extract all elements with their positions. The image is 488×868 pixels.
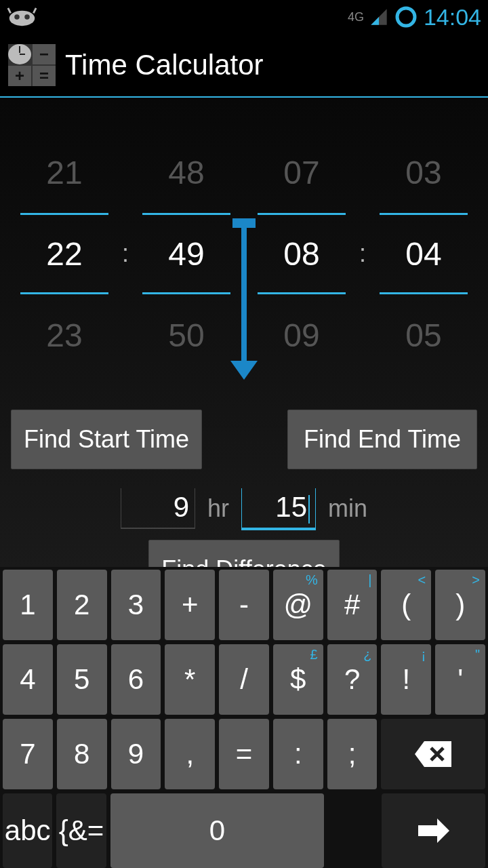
key-?[interactable]: ?¿ [327, 644, 378, 715]
find-start-button[interactable]: Find Start Time [11, 410, 202, 469]
key-alt-label: " [475, 647, 480, 663]
end-hour-column[interactable]: 07 08 09 [258, 132, 346, 376]
end-minute-column[interactable]: 03 04 05 [380, 132, 468, 376]
key-7[interactable]: 7 [3, 719, 53, 789]
status-right: 4G 14:04 [348, 4, 481, 31]
key-@[interactable]: @% [273, 570, 323, 640]
difference-inputs: 9 hr 15 min [0, 488, 488, 530]
key-2[interactable]: 2 [57, 570, 107, 640]
key-,[interactable]: , [165, 719, 215, 789]
hours-label: hr [207, 494, 229, 523]
app-icon: − + = [8, 44, 56, 86]
start-hour-next[interactable]: 23 [20, 294, 108, 376]
key-;[interactable]: ; [327, 719, 378, 789]
keyboard-row-3: 789,=:; [3, 719, 485, 789]
buttons-row: Find Start Time Find End Time [0, 410, 488, 469]
svg-rect-5 [241, 218, 247, 368]
svg-point-3 [397, 8, 415, 26]
keyboard-row-4: abc {&= 0 [3, 793, 485, 868]
key-*[interactable]: * [165, 644, 215, 715]
key-#[interactable]: #| [327, 570, 378, 640]
start-hour-prev[interactable]: 21 [20, 132, 108, 213]
signal-icon [369, 7, 388, 26]
start-minute-next[interactable]: 50 [142, 294, 230, 376]
key-alt-label: ¡ [422, 647, 426, 663]
key-enter[interactable] [382, 793, 485, 868]
key-alt-label: % [306, 572, 318, 588]
key-+[interactable]: + [165, 570, 215, 640]
backspace-icon [415, 741, 451, 767]
on-screen-keyboard[interactable]: 123+-@%#|(<)> 456*/$£?¿!¡'" 789,=:; abc … [0, 567, 488, 868]
key-![interactable]: !¡ [381, 644, 431, 715]
arrow-down-icon [227, 218, 261, 381]
key-alt-label: ¿ [363, 647, 371, 663]
end-time-picker[interactable]: 07 08 09 : 03 04 05 [258, 132, 468, 376]
activity-ring-icon [394, 5, 418, 29]
arrow-right-icon [417, 818, 451, 843]
key-$[interactable]: $£ [273, 644, 323, 715]
end-minute-prev[interactable]: 03 [380, 132, 468, 213]
time-separator: : [122, 239, 129, 268]
key-9[interactable]: 9 [111, 719, 161, 789]
svg-point-1 [14, 14, 20, 20]
start-minute-prev[interactable]: 48 [142, 132, 230, 213]
minutes-value: 15 [275, 491, 307, 523]
key-backspace[interactable] [381, 719, 485, 789]
content-area: 21 22 23 : 48 49 50 07 08 09 : 03 04 05 [0, 98, 488, 567]
key-3[interactable]: 3 [111, 570, 161, 640]
end-hour-prev[interactable]: 07 [258, 132, 346, 213]
status-left [7, 6, 37, 28]
key-0[interactable]: 0 [110, 793, 324, 868]
start-time-picker[interactable]: 21 22 23 : 48 49 50 [20, 132, 230, 376]
key-4[interactable]: 4 [3, 644, 53, 715]
plus-icon: + [8, 66, 31, 86]
key-abc[interactable]: abc [3, 793, 52, 868]
network-label: 4G [348, 10, 364, 24]
key-([interactable]: (< [381, 570, 431, 640]
key-:[interactable]: : [273, 719, 323, 789]
time-separator: : [359, 239, 366, 268]
key-8[interactable]: 8 [57, 719, 107, 789]
status-clock: 14:04 [424, 4, 481, 31]
end-hour-next[interactable]: 09 [258, 294, 346, 376]
end-minute-next[interactable]: 05 [380, 294, 468, 376]
end-minute-value[interactable]: 04 [380, 213, 468, 294]
key-alt-label: < [418, 572, 426, 588]
key--[interactable]: - [219, 570, 269, 640]
start-minute-column[interactable]: 48 49 50 [142, 132, 230, 376]
cm-mascot-icon [7, 6, 37, 28]
svg-point-2 [24, 14, 30, 20]
start-hour-value[interactable]: 22 [20, 213, 108, 294]
keyboard-row-1: 123+-@%#|(<)> [3, 570, 485, 640]
key-=[interactable]: = [219, 719, 269, 789]
key-alt-label: £ [310, 647, 318, 663]
key-)[interactable]: )> [435, 570, 485, 640]
find-end-button[interactable]: Find End Time [287, 410, 477, 469]
key-symbols[interactable]: {&= [56, 793, 106, 868]
minutes-label: min [328, 494, 367, 523]
keyboard-row-2: 456*/$£?¿!¡'" [3, 644, 485, 715]
text-caret [308, 495, 310, 524]
hours-input[interactable]: 9 [121, 488, 195, 529]
start-minute-value[interactable]: 49 [142, 213, 230, 294]
equals-icon: = [33, 66, 56, 86]
start-hour-column[interactable]: 21 22 23 [20, 132, 108, 376]
arrow-divider [227, 218, 261, 384]
key-/[interactable]: / [219, 644, 269, 715]
svg-point-0 [9, 11, 35, 26]
key-6[interactable]: 6 [111, 644, 161, 715]
clock-icon [8, 44, 31, 64]
key-5[interactable]: 5 [57, 644, 107, 715]
minutes-input[interactable]: 15 [241, 488, 316, 530]
minus-icon: − [33, 44, 56, 64]
end-hour-value[interactable]: 08 [258, 213, 346, 294]
key-alt-label: | [368, 572, 371, 588]
key-'[interactable]: '" [435, 644, 485, 715]
app-header: − + = Time Calculator [0, 34, 488, 98]
status-bar: 4G 14:04 [0, 0, 488, 34]
key-1[interactable]: 1 [3, 570, 53, 640]
key-alt-label: > [472, 572, 480, 588]
app-title: Time Calculator [65, 49, 264, 81]
